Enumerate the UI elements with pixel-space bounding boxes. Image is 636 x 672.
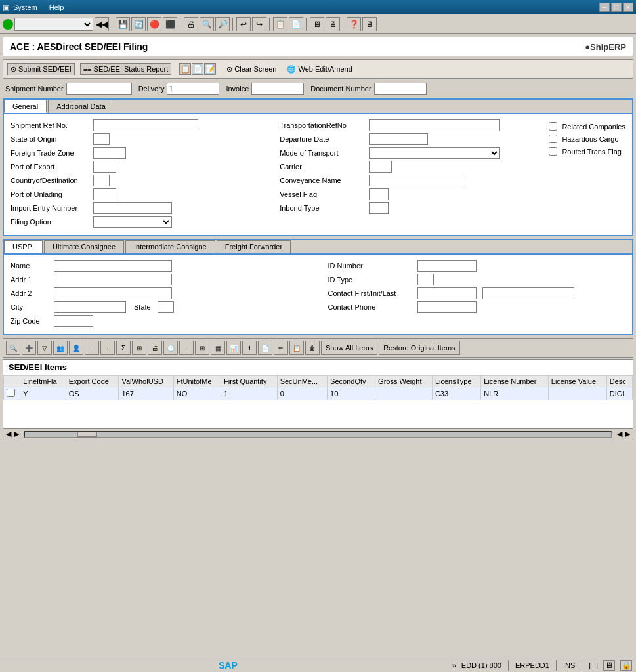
- funnel-icon[interactable]: ⋯: [85, 341, 99, 355]
- name-input[interactable]: [54, 260, 172, 272]
- row-checkbox[interactable]: [7, 388, 15, 397]
- clear-screen-button[interactable]: ⊙ Clear Screen: [224, 64, 279, 75]
- shipment-number-input[interactable]: [66, 83, 132, 94]
- tab-intermediate-consigne[interactable]: Intermediate Consigne: [125, 240, 215, 253]
- tab-additional-data[interactable]: Additional Data: [48, 100, 114, 113]
- delivery-input[interactable]: [167, 83, 219, 94]
- nav-back-icon[interactable]: ◀◀: [95, 17, 109, 32]
- stop-red-icon[interactable]: 🔴: [147, 17, 161, 32]
- items-table-wrapper[interactable]: LineItmFla Export Code ValWholUSD FtUnit…: [3, 375, 633, 428]
- tab-usppi[interactable]: USPPI: [4, 240, 43, 253]
- menu-help[interactable]: Help: [49, 3, 64, 11]
- mode-transport-select[interactable]: [369, 147, 500, 159]
- tab-general[interactable]: General: [4, 100, 47, 113]
- departure-date-input[interactable]: [369, 133, 428, 145]
- filter-icon[interactable]: ▽: [37, 341, 52, 355]
- info-icon[interactable]: ℹ: [242, 341, 257, 355]
- status-report-button[interactable]: ≡≡ SED/EEI Status Report: [80, 63, 172, 75]
- print-icon[interactable]: 🖨: [184, 17, 198, 32]
- table-row[interactable]: Y OS 167 NO 1 0 10 C33 NLR DIGI: [4, 387, 633, 400]
- vessel-flag-input[interactable]: [369, 188, 389, 200]
- routed-trans-checkbox[interactable]: [549, 147, 557, 156]
- submit-sedeei-button[interactable]: ⊙ Submit SED/EEI: [7, 63, 75, 75]
- copy2-icon[interactable]: 📋: [179, 63, 191, 75]
- horizontal-scrollbar[interactable]: [24, 431, 612, 438]
- expand-icon[interactable]: ⊞: [195, 341, 209, 355]
- doc2-icon[interactable]: 📄: [258, 341, 272, 355]
- invoice-input[interactable]: [251, 83, 304, 94]
- command-input[interactable]: [14, 18, 93, 31]
- menu-system[interactable]: System: [13, 3, 37, 11]
- inbond-type-input[interactable]: [369, 202, 389, 214]
- customize-icon[interactable]: 🖥: [362, 17, 377, 32]
- redo-icon[interactable]: ↪: [252, 17, 266, 32]
- screen2-icon[interactable]: 🖥: [326, 17, 340, 32]
- trash-icon[interactable]: 🗑: [305, 341, 320, 355]
- table-icon[interactable]: ▦: [211, 341, 225, 355]
- shipment-ref-input[interactable]: [93, 119, 198, 131]
- status-screen-icon[interactable]: 🖥: [603, 660, 615, 671]
- print-items-icon[interactable]: 🖨: [148, 341, 162, 355]
- minimize-button[interactable]: ─: [599, 3, 610, 12]
- contact-first-input[interactable]: [417, 287, 477, 299]
- paste-icon[interactable]: 📄: [289, 17, 303, 32]
- copy3-icon[interactable]: 📋: [289, 341, 304, 355]
- dot2-icon[interactable]: ·: [179, 341, 194, 355]
- zipcode-input[interactable]: [54, 315, 93, 327]
- close-button[interactable]: ✕: [623, 3, 633, 12]
- scroll-right-arrow[interactable]: ◀ ▶: [617, 430, 630, 438]
- sigma-icon[interactable]: Σ: [116, 341, 131, 355]
- undo-icon[interactable]: ↩: [236, 17, 251, 32]
- web-edit-button[interactable]: 🌐 Web Edit/Amend: [284, 64, 354, 75]
- restore-original-items-button[interactable]: Restore Original Items: [379, 341, 459, 355]
- id-number-input[interactable]: [417, 260, 477, 272]
- copy-icon[interactable]: 📋: [273, 17, 287, 32]
- country-dest-label: CountryofDestination: [11, 177, 89, 184]
- id-type-input[interactable]: [417, 274, 434, 285]
- addr2-input[interactable]: [54, 287, 172, 299]
- clock-icon[interactable]: 🕐: [163, 341, 178, 355]
- contact-phone-input[interactable]: [417, 301, 477, 313]
- maximize-button[interactable]: □: [611, 3, 622, 12]
- port-export-input[interactable]: [93, 161, 116, 173]
- refresh-green-icon[interactable]: 🔄: [131, 17, 146, 32]
- save-icon[interactable]: 💾: [116, 17, 130, 32]
- doc-icon[interactable]: 📝: [204, 63, 216, 75]
- import-entry-input[interactable]: [93, 202, 172, 214]
- city-input[interactable]: [54, 301, 126, 313]
- filing-option-select[interactable]: [93, 216, 172, 228]
- scroll-left-arrow[interactable]: ◀ ▶: [6, 430, 19, 438]
- users-icon[interactable]: 👥: [53, 341, 68, 355]
- transport-ref-input[interactable]: [369, 119, 500, 131]
- edit-icon[interactable]: ✏: [274, 341, 288, 355]
- add-items-icon[interactable]: ➕: [22, 341, 36, 355]
- grid-icon[interactable]: ⊞: [132, 341, 146, 355]
- state-origin-input[interactable]: [93, 133, 110, 145]
- find-icon[interactable]: 🔍: [200, 17, 214, 32]
- country-dest-input[interactable]: [93, 175, 110, 186]
- carrier-input[interactable]: [369, 161, 392, 173]
- screen1-icon[interactable]: 🖥: [310, 17, 324, 32]
- stop-icon[interactable]: ⬛: [163, 17, 177, 32]
- paste2-icon[interactable]: 📄: [192, 63, 203, 75]
- chart-icon[interactable]: 📊: [226, 341, 241, 355]
- scrollbar-thumb[interactable]: [77, 432, 97, 437]
- port-unlading-input[interactable]: [93, 188, 116, 200]
- tab-freight-forwarder[interactable]: Freight Forwarder: [217, 240, 291, 253]
- hazardous-cargo-checkbox[interactable]: [549, 135, 557, 143]
- find-next-icon[interactable]: 🔎: [215, 17, 230, 32]
- help-icon[interactable]: ❓: [347, 17, 361, 32]
- users2-icon[interactable]: 👤: [69, 341, 83, 355]
- addr1-input[interactable]: [54, 274, 172, 285]
- state-input[interactable]: [158, 301, 174, 313]
- show-all-items-button[interactable]: Show All Items: [321, 341, 377, 355]
- foreign-trade-input[interactable]: [93, 147, 126, 159]
- related-companies-checkbox[interactable]: [549, 122, 557, 131]
- status-icon1: |: [589, 662, 591, 669]
- search-items-icon[interactable]: 🔍: [6, 341, 20, 355]
- conveyance-input[interactable]: [369, 175, 467, 186]
- dot-icon[interactable]: ·: [100, 341, 115, 355]
- contact-last-input[interactable]: [482, 287, 574, 299]
- tab-ultimate-consignee[interactable]: Ultimate Consignee: [44, 240, 124, 253]
- document-number-input[interactable]: [374, 83, 427, 94]
